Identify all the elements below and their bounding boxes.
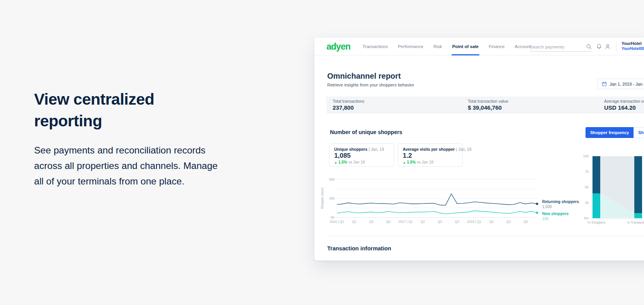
svg-text:% Transactions: % Transactions [627,221,644,224]
svg-text:Q2: Q2 [489,220,494,224]
section-divider [327,236,644,236]
main-nav: Transactions Performance Risk Point of s… [362,38,531,55]
nav-transactions[interactable]: Transactions [362,38,388,55]
toggle-shopping-behavior[interactable]: Shopping behavior [634,127,644,138]
date-range-picker[interactable]: Jan 1, 2019 - Jan 31, 2019 [598,79,644,89]
svg-text:Q3: Q3 [438,220,442,224]
top-nav-bar: adyen Transactions Performance Risk Poin… [314,38,644,55]
svg-text:2016 | Q1: 2016 | Q1 [330,220,344,224]
svg-text:50: 50 [585,185,589,189]
metric-delta: ▲ 1.5% vs Jan 18 [403,160,458,164]
nav-point-of-sale[interactable]: Point of sale [452,38,479,55]
svg-text:Shopper count: Shopper count [321,188,324,209]
svg-text:100: 100 [583,154,589,158]
svg-text:2017 | Q1: 2017 | Q1 [398,220,413,224]
account-switcher[interactable]: YourHotel YourHotel0001 [622,41,644,51]
header-divider [616,41,617,52]
stat-average-transaction-value: Average transaction value USD 164.20 [604,99,644,111]
chart-legend: Returning shoppers 1,000 New shoppers 10… [542,200,579,224]
svg-text:% Shoppers: % Shoppers [587,221,605,224]
shopper-count-line-chart: 5002500K2016 | Q1Q2Q3Q42017 | Q1Q2Q3Q420… [321,171,553,227]
svg-text:Q2: Q2 [352,220,357,224]
svg-text:0%: 0% [584,216,589,220]
svg-text:2018 | Q1: 2018 | Q1 [467,220,481,224]
svg-text:250: 250 [329,196,335,200]
search-icon[interactable] [586,44,592,50]
svg-text:Q2: Q2 [421,220,425,224]
up-arrow-icon: ▲ [334,161,337,164]
up-arrow-icon: ▲ [403,161,406,164]
metric-card-average-visits: Average visits per shopper | Jan, 19 1.2… [398,143,463,167]
svg-text:Q4: Q4 [455,220,460,224]
svg-text:500: 500 [329,177,335,181]
svg-text:25: 25 [585,201,589,205]
date-range-value: Jan 1, 2019 - Jan 31, 2019 [610,82,644,86]
legend-returning-shoppers: Returning shoppers 1,000 [542,200,579,209]
search-input[interactable]: Search payments [530,42,592,52]
transaction-information-title: Transaction information [327,245,391,252]
section-title: Number of unique shoppers [330,129,402,135]
user-icon[interactable] [605,43,611,50]
metric-value: 1.2 [403,152,458,160]
hero-description: See payments and reconciliation records … [34,143,224,189]
search-placeholder: Search payments [530,45,586,49]
svg-text:Q3: Q3 [369,220,374,224]
nav-finance[interactable]: Finance [489,38,505,55]
report-title: Omnichannel report [327,72,401,81]
metric-value: 1,085 [334,152,389,160]
page-title: View centralized reporting [34,88,224,132]
metric-card-unique-shoppers: Unique shoppers | Jan, 19 1,085 ▲ 1.5% v… [329,143,394,167]
svg-text:75: 75 [585,170,589,174]
svg-text:Q4: Q4 [386,220,391,224]
nav-account[interactable]: Account [515,38,531,55]
svg-text:Q3: Q3 [506,220,511,224]
nav-performance[interactable]: Performance [398,38,423,55]
chart-toggle: Shopper frequency Shopping behavior [586,127,644,138]
legend-new-shoppers: New shoppers 100 [542,212,579,221]
summary-stats-band: Total transactions 237,800 Total transac… [326,96,644,114]
adyen-logo: adyen [326,41,350,52]
nav-risk[interactable]: Risk [433,38,442,55]
bell-icon[interactable] [596,43,602,50]
calendar-icon [602,81,607,86]
account-name: YourHotel [622,41,644,46]
report-subtitle: Retrieve insights from your shoppers beh… [327,83,414,87]
metric-delta: ▲ 1.5% vs Jan 18 [334,160,389,164]
dashboard-panel: adyen Transactions Performance Risk Poin… [314,38,644,260]
svg-text:0K: 0K [331,215,335,219]
account-id: YourHotel0001 [622,46,644,51]
stat-total-transaction-value: Total transaction value $ 39,046,760 [468,99,508,111]
svg-text:Q4: Q4 [524,220,528,224]
stat-total-transactions: Total transactions 237,800 [333,99,364,111]
toggle-shopper-frequency[interactable]: Shopper frequency [586,127,634,138]
shoppers-transactions-bar-chart: 1007550250%% Shoppers% Transactions [578,152,644,226]
hero-text: View centralized reporting See payments … [34,88,224,189]
